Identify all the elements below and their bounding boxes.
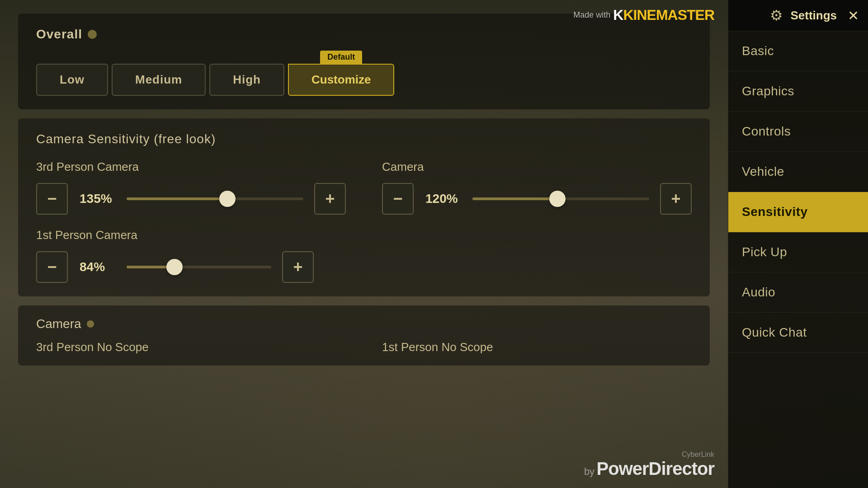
camera-right-slider-track[interactable] [472,197,649,200]
sidebar-item-sensitivity[interactable]: Sensitivity [728,192,868,232]
first-person-slider-track[interactable] [127,266,271,268]
medium-preset-button[interactable]: Medium [112,64,206,96]
third-person-decrease-button[interactable]: − [36,183,68,215]
pd-brand-text: PowerDirector [597,459,714,479]
plus-icon: + [325,189,335,208]
camera-right-label: Camera [382,160,692,174]
third-person-slider-control: − 135% + [36,183,346,215]
overall-info-icon [88,30,97,39]
pd-by-text: by [584,466,594,477]
customize-preset-button[interactable]: Customize [288,64,394,96]
camera-right-slider-thumb[interactable] [549,191,566,207]
overall-title-row: Overall [36,27,692,42]
camera-right-slider-fill [472,197,557,200]
sidebar-item-graphics[interactable]: Graphics [728,71,868,112]
first-person-label: 1st Person Camera [36,228,692,242]
pd-by-row: by PowerDirector [584,459,714,479]
minus-icon-3: − [47,258,57,277]
sidebar: ⚙ Settings ✕ Basic Graphics Controls Veh… [728,0,868,488]
third-person-no-scope-label: 3rd Person No Scope [36,340,346,354]
camera-bottom-section: Camera 3rd Person No Scope 1st Person No… [18,305,710,366]
pd-cyberlink-text: CyberLink [682,450,714,458]
third-person-camera-group: 3rd Person Camera − 135% + [36,160,346,215]
plus-icon-2: + [671,189,680,208]
first-person-value: 84% [80,260,116,274]
camera-sensitivity-row: 3rd Person Camera − 135% + [36,160,692,215]
camera-bottom-info-icon [87,320,94,328]
close-icon[interactable]: ✕ [848,8,859,23]
camera-right-group: Camera − 120% + [382,160,692,215]
sidebar-header: ⚙ Settings ✕ [728,0,868,31]
camera-bottom-label: Camera [36,317,81,331]
high-preset-button[interactable]: High [209,64,284,96]
camera-right-increase-button[interactable]: + [660,183,692,215]
third-person-label: 3rd Person Camera [36,160,346,174]
customize-wrapper: Default Customize [288,51,394,96]
sidebar-item-controls[interactable]: Controls [728,112,868,152]
sidebar-item-pickup[interactable]: Pick Up [728,232,868,272]
overall-title: Overall [36,27,82,42]
scope-row: 3rd Person No Scope 1st Person No Scope [36,340,692,354]
overall-section: Overall Low Medium High Default Customiz… [18,14,710,109]
plus-icon-3: + [293,258,302,277]
first-person-slider-thumb[interactable] [166,259,183,275]
kinemaster-watermark: Made with KKINEMASTER [573,7,714,23]
sidebar-item-audio[interactable]: Audio [728,272,868,313]
first-person-no-scope-label: 1st Person No Scope [382,340,692,354]
minus-icon: − [47,189,57,208]
pd-cyberlink-label: CyberLink [584,450,714,459]
nav-items: Basic Graphics Controls Vehicle Sensitiv… [728,31,868,488]
first-person-decrease-button[interactable]: − [36,251,68,283]
camera-right-decrease-button[interactable]: − [382,183,414,215]
first-person-slider-control: − 84% + [36,251,692,283]
kinemaster-k: K [613,7,623,23]
kinemaster-brand: KKINEMASTER [613,7,714,23]
main-content: Overall Low Medium High Default Customiz… [0,0,728,488]
third-person-value: 135% [80,192,116,206]
low-preset-button[interactable]: Low [36,64,108,96]
third-person-increase-button[interactable]: + [314,183,346,215]
camera-bottom-title-row: Camera [36,317,692,331]
sensitivity-section: Camera Sensitivity (free look) 3rd Perso… [18,118,710,296]
powerdirector-watermark: CyberLink by PowerDirector [584,450,714,479]
kinemaster-rest: KINEMASTER [623,7,714,23]
kinemaster-prefix: Made with [573,10,610,20]
camera-right-slider-control: − 120% + [382,183,692,215]
first-person-increase-button[interactable]: + [282,251,314,283]
settings-header-label: Settings [790,9,837,23]
settings-gear-icon: ⚙ [770,7,783,24]
first-person-camera-group: 1st Person Camera − 84% + [36,228,692,283]
sidebar-item-vehicle[interactable]: Vehicle [728,152,868,192]
sidebar-item-basic[interactable]: Basic [728,31,868,71]
sidebar-item-quickchat[interactable]: Quick Chat [728,313,868,353]
third-person-slider-thumb[interactable] [219,191,236,207]
preset-buttons: Low Medium High Default Customize [36,51,692,96]
sensitivity-title: Camera Sensitivity (free look) [36,132,692,146]
default-label: Default [320,51,362,64]
third-person-slider-track[interactable] [127,197,303,200]
minus-icon-2: − [393,189,402,208]
camera-right-value: 120% [425,192,462,206]
third-person-slider-fill [127,197,227,200]
